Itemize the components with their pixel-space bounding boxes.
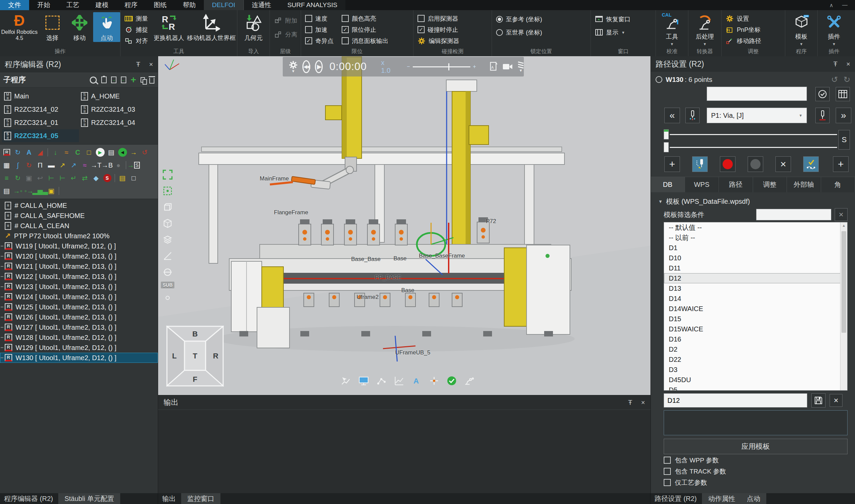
template-item[interactable]: D22	[664, 354, 847, 364]
window-menu-icon[interactable]: —	[842, 2, 848, 8]
loop-tool-icon[interactable]: ↻	[13, 147, 23, 157]
template-item-selected[interactable]: D12	[664, 273, 847, 283]
ribbon-collapse-icon[interactable]: ∧	[829, 2, 833, 8]
export-subprogram-icon[interactable]: →S	[128, 160, 139, 170]
limit-stop-checkbox[interactable]: 限位停止	[342, 24, 388, 35]
stop-icon[interactable]: S	[102, 173, 112, 183]
export-pdf-icon[interactable]: A	[489, 62, 498, 71]
template-item[interactable]: D14WAICE	[664, 304, 847, 314]
branch-icon[interactable]: ⊢	[46, 173, 56, 183]
box-select-icon[interactable]	[161, 200, 174, 214]
3d-viewport[interactable]: MainFrame FlangeFrame P72 Base_Base Base…	[158, 56, 651, 395]
statement-row[interactable]: # CALL A_HOME	[0, 200, 158, 211]
import-program-icon[interactable]: →	[111, 76, 117, 83]
statement-row[interactable]: W123 [ Utool1, Uframe2, D13, () ]	[0, 282, 158, 292]
edit-detector-button[interactable]: 编辑探测器	[417, 35, 459, 47]
copy-program-icon[interactable]	[141, 77, 145, 83]
approach-path-icon[interactable]: ↗	[57, 160, 68, 170]
subprogram-item[interactable]: SR2ZC3214_01	[2, 116, 79, 129]
subprogram-item[interactable]: SR2ZC3214_04	[79, 116, 156, 129]
insert-point-icon[interactable]: ↓	[50, 147, 60, 157]
check-axes-button[interactable]	[803, 156, 819, 172]
layers-icon[interactable]	[161, 233, 174, 247]
statusbar-tab-jog[interactable]: 点动	[747, 494, 760, 503]
template-item[interactable]: D1	[664, 243, 847, 253]
menu-program[interactable]: 程序	[117, 0, 146, 10]
point-graph-icon[interactable]	[375, 375, 388, 386]
attach-button[interactable]: 附加	[274, 15, 297, 26]
controller-icon[interactable]: ▤	[106, 147, 117, 157]
menu-help[interactable]: 帮助	[175, 0, 204, 10]
point-slider[interactable]	[670, 147, 837, 148]
player-settings-button[interactable]: ▼	[289, 60, 298, 73]
template-item[interactable]: D11	[664, 263, 847, 273]
io-in-icon[interactable]: →◦	[13, 186, 23, 196]
statement-row[interactable]: W129 [ Utool1, Uframe2, D12, () ]	[0, 343, 158, 353]
redo-icon[interactable]: ↻	[843, 75, 850, 84]
menu-modeling[interactable]: 建模	[87, 0, 117, 10]
statement-row[interactable]: W122 [ Utool1, Uframe2, D13, () ]	[0, 271, 158, 282]
detach-button[interactable]: 分离	[274, 29, 297, 40]
path-slider-handle[interactable]	[664, 129, 669, 140]
postprocessor-button[interactable]: 后处理 ▼	[695, 12, 714, 46]
template-item[interactable]: D3	[664, 364, 847, 375]
plugins-button[interactable]: 插件 ▼	[824, 12, 843, 46]
monitor-icon[interactable]	[357, 375, 370, 386]
add-point-before-button[interactable]: +	[664, 156, 680, 172]
subprogram-item[interactable]: SR2ZC3214_03	[79, 103, 156, 116]
template-notes-field[interactable]	[664, 410, 848, 435]
process-params-only-checkbox[interactable]: 仅工艺参数	[658, 477, 848, 488]
cube-view-icon[interactable]	[161, 217, 174, 230]
scroll-thumb[interactable]	[841, 231, 846, 333]
template-button[interactable]: 模板 ▼	[792, 12, 811, 46]
menu-drawing[interactable]: 图纸	[146, 0, 175, 10]
subprogram-item[interactable]: SA_HOME	[79, 90, 156, 103]
statusbar-tab-monitor[interactable]: 监控窗口	[181, 493, 220, 504]
statement-row-selected[interactable]: W130 [ Utool1, Uframe2, D12, () ]	[0, 353, 158, 363]
path-points-icon[interactable]: ≈	[61, 147, 72, 157]
depart-path-icon[interactable]: ↗	[68, 160, 79, 170]
rewind-button[interactable]: ◀◀	[302, 60, 310, 73]
checklist-icon[interactable]	[101, 76, 107, 83]
undo-icon[interactable]: ↺	[831, 75, 838, 84]
zoom-window-icon[interactable]	[161, 184, 174, 198]
apply-template-button[interactable]: 应用模板	[664, 439, 848, 454]
include-wpp-checkbox[interactable]: 包含 WPP 参数	[658, 455, 848, 465]
zoom-fit-icon[interactable]	[161, 168, 174, 181]
statement-row[interactable]: # CALL A_SAFEHOME	[0, 211, 158, 221]
statement-row[interactable]: # CALL A_CLEAN	[0, 221, 158, 231]
select-button[interactable]: 选择	[39, 12, 66, 42]
annotation-icon[interactable]: A	[410, 375, 423, 386]
add-point-after-button[interactable]: +	[833, 156, 849, 172]
statusbar-tab-program-editor[interactable]: 程序编辑器 (R2)	[0, 494, 57, 503]
delete-template-button[interactable]: ×	[830, 394, 842, 407]
stop-on-collision-checkbox[interactable]: 碰撞时停止	[417, 24, 459, 35]
color-highlight-checkbox[interactable]: 颜色高亮	[342, 13, 388, 24]
jump-icon[interactable]: ↵	[68, 173, 79, 183]
template-item[interactable]: D45DU	[664, 375, 847, 385]
via-path-icon[interactable]: ≈	[79, 160, 90, 170]
close-icon[interactable]: ×	[149, 60, 153, 68]
include-track-checkbox[interactable]: 包含 TRACK 参数	[658, 466, 848, 476]
swap-robot-button[interactable]: RR 更换机器人	[152, 12, 185, 42]
template-item[interactable]: D13	[664, 283, 847, 293]
wait-icon[interactable]: ◆	[91, 173, 101, 183]
template-item[interactable]: D5	[664, 385, 847, 391]
teach-current-button[interactable]	[692, 156, 708, 172]
print-icon[interactable]: ▤	[1, 186, 12, 196]
point-table-button[interactable]	[836, 87, 850, 101]
add-program-icon[interactable]: +	[131, 76, 136, 83]
scroll-up-icon[interactable]: ▲	[840, 222, 847, 228]
statement-row[interactable]: W124 [ Utool1, Uframe2, D13, () ]	[0, 292, 158, 302]
view-dot-icon[interactable]	[161, 291, 174, 305]
view-navigation-cube[interactable]: B L T R F	[166, 326, 224, 386]
section-view-icon[interactable]	[161, 265, 174, 279]
rotate-tool-icon[interactable]: ↻	[24, 160, 34, 170]
statement-row[interactable]: W119 [ Utool1, Uframe2, D12, () ]	[0, 241, 158, 251]
export-program-icon[interactable]: ←	[121, 76, 126, 83]
speed-minus-icon[interactable]: −	[407, 64, 410, 70]
template-list[interactable]: -- 默认值 -- -- 以前 -- D1 D10 D11 D12 D13 D1…	[664, 222, 848, 391]
measure-button[interactable]: 测量	[125, 13, 148, 24]
teach-point-torch-button[interactable]	[685, 108, 699, 123]
point-select-dropdown[interactable]: P1: Via, [J] ▼	[707, 108, 807, 123]
